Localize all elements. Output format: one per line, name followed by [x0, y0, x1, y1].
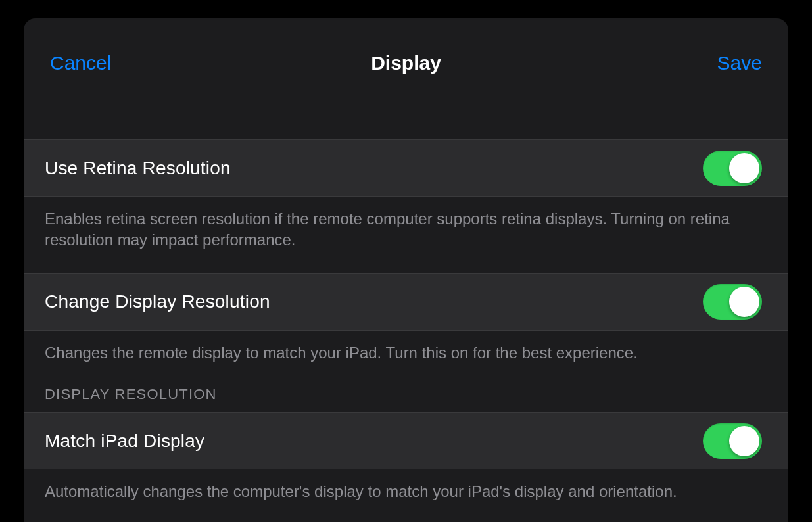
row-use-retina: Use Retina Resolution [24, 139, 788, 197]
row-match-ipad: Match iPad Display [24, 412, 788, 469]
row-label-change-resolution: Change Display Resolution [45, 291, 270, 312]
title-text: Display [371, 52, 441, 74]
footer-match-ipad: Automatically changes the computer's dis… [24, 469, 788, 522]
sheet-header: Cancel Display Save [24, 18, 788, 89]
footer-use-retina: Enables retina screen resolution if the … [24, 197, 788, 273]
toggle-use-retina[interactable] [703, 151, 762, 186]
row-label-match-ipad: Match iPad Display [45, 431, 204, 452]
footer-change-resolution: Changes the remote display to match your… [24, 331, 788, 386]
toggle-knob [729, 153, 759, 183]
toggle-change-resolution[interactable] [703, 284, 762, 320]
toggle-match-ipad[interactable] [703, 423, 762, 459]
page-title: Display [24, 52, 788, 74]
toggle-knob [729, 287, 759, 317]
toggle-knob [729, 426, 759, 456]
row-label-use-retina: Use Retina Resolution [45, 158, 231, 179]
row-change-resolution: Change Display Resolution [24, 273, 788, 331]
settings-sheet: Cancel Display Save Use Retina Resolutio… [24, 18, 788, 522]
section-header-display-resolution: DISPLAY RESOLUTION [24, 386, 788, 412]
cancel-button[interactable]: Cancel [50, 52, 111, 74]
sheet-body: Use Retina Resolution Enables retina scr… [24, 89, 788, 522]
save-button[interactable]: Save [717, 52, 762, 74]
